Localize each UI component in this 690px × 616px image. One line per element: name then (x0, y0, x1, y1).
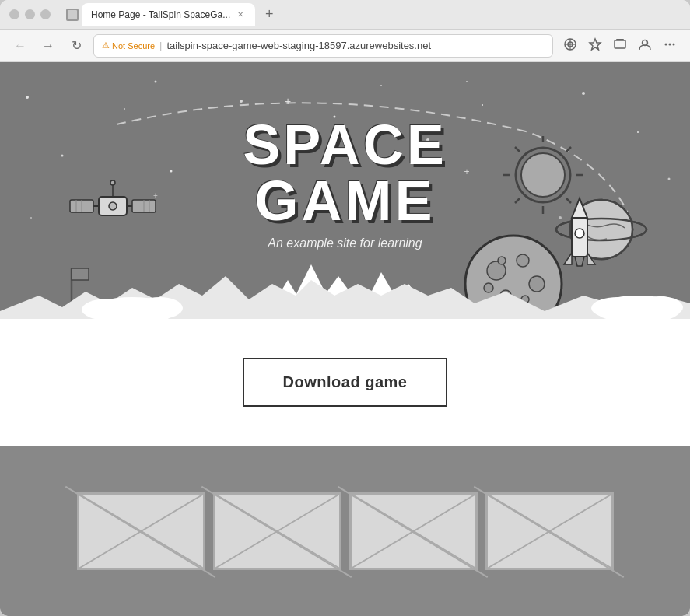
svg-point-26 (637, 131, 639, 133)
svg-point-53 (517, 254, 529, 267)
svg-point-14 (26, 96, 29, 99)
svg-point-29 (155, 81, 157, 83)
security-warning: ⚠ Not Secure (102, 40, 155, 51)
security-label: Not Secure (112, 41, 155, 51)
hero-title: SPACE GAME An example site for learning (243, 117, 447, 250)
collections-icon (613, 37, 627, 54)
hero-title-line1: SPACE (243, 117, 447, 173)
nav-bar: ← → ↻ ⚠ Not Secure | tailspin-space-game… (0, 30, 690, 62)
back-button[interactable]: ← (9, 35, 31, 57)
svg-point-10 (665, 44, 667, 46)
forward-button[interactable]: → (37, 35, 59, 57)
svg-text:+: + (464, 166, 469, 177)
hero-title-line2: GAME (243, 173, 447, 229)
svg-text:+: + (285, 95, 291, 107)
gallery-item-1[interactable] (77, 492, 205, 570)
address-separator: | (159, 40, 162, 51)
download-game-button[interactable]: Download game (243, 358, 448, 407)
reload-icon: ↻ (72, 38, 82, 53)
svg-point-25 (582, 92, 585, 95)
svg-rect-8 (616, 39, 624, 40)
svg-point-11 (669, 44, 671, 46)
star-icon (588, 37, 602, 54)
forward-icon: → (42, 39, 54, 53)
svg-point-18 (240, 100, 243, 103)
download-section: Download game (0, 319, 690, 446)
svg-point-61 (575, 229, 584, 238)
svg-point-98 (136, 297, 183, 319)
svg-point-12 (673, 44, 675, 46)
svg-point-15 (61, 155, 64, 157)
traffic-light-maximize[interactable] (40, 9, 51, 19)
tab-bar: Home Page - TailSpin SpaceGa... ✕ + (60, 3, 681, 26)
tab-favicon (66, 9, 79, 21)
bookmark-icon (563, 37, 577, 54)
profile-icon (638, 37, 652, 54)
star-button[interactable] (584, 35, 606, 57)
nav-actions (559, 35, 681, 57)
traffic-light-minimize[interactable] (25, 9, 35, 19)
svg-point-76 (109, 202, 117, 210)
new-tab-button[interactable]: + (258, 4, 280, 26)
gallery-item-2[interactable] (213, 492, 341, 570)
profile-button[interactable] (634, 35, 656, 57)
tab-close-button[interactable]: ✕ (235, 9, 246, 20)
hero-banner: + + + (0, 62, 690, 319)
url-text: tailspin-space-game-web-staging-18597.az… (166, 40, 545, 51)
svg-point-54 (529, 276, 545, 292)
active-tab[interactable]: Home Page - TailSpin SpaceGa... ✕ (82, 3, 255, 26)
svg-text:+: + (153, 191, 158, 200)
svg-point-101 (636, 296, 683, 318)
svg-rect-88 (72, 268, 89, 280)
tab-title: Home Page - TailSpin SpaceGa... (91, 9, 230, 20)
svg-point-23 (482, 104, 483, 106)
svg-point-58 (498, 257, 506, 264)
back-icon: ← (14, 39, 26, 53)
svg-marker-64 (575, 257, 584, 266)
gallery-grid (77, 492, 614, 570)
more-button[interactable] (659, 35, 681, 57)
svg-marker-6 (590, 39, 601, 50)
traffic-light-close[interactable] (9, 9, 19, 19)
gallery-section (0, 446, 690, 616)
bookmark-button[interactable] (559, 35, 581, 57)
svg-point-31 (559, 216, 562, 219)
svg-point-21 (380, 85, 382, 86)
title-bar: Home Page - TailSpin SpaceGa... ✕ + (0, 0, 690, 30)
more-icon (663, 37, 677, 54)
svg-point-71 (110, 180, 115, 185)
gallery-item-3[interactable] (349, 492, 478, 570)
address-bar[interactable]: ⚠ Not Secure | tailspin-space-game-web-s… (93, 34, 553, 58)
collections-button[interactable] (609, 35, 631, 57)
warning-icon: ⚠ (102, 40, 110, 51)
gallery-item-4[interactable] (485, 492, 614, 570)
reload-button[interactable]: ↻ (65, 35, 87, 57)
hero-subtitle: An example site for learning (243, 236, 447, 250)
svg-point-36 (521, 153, 565, 197)
page-content: + + + (0, 62, 690, 616)
svg-point-57 (484, 283, 493, 292)
svg-point-27 (668, 178, 671, 180)
svg-point-30 (466, 81, 468, 82)
svg-point-17 (170, 170, 173, 173)
svg-point-16 (124, 108, 125, 110)
traffic-lights (9, 9, 51, 19)
svg-rect-7 (615, 40, 625, 48)
svg-point-28 (30, 217, 32, 219)
svg-rect-1 (68, 10, 77, 19)
browser-window: Home Page - TailSpin SpaceGa... ✕ + ← → … (0, 0, 690, 616)
